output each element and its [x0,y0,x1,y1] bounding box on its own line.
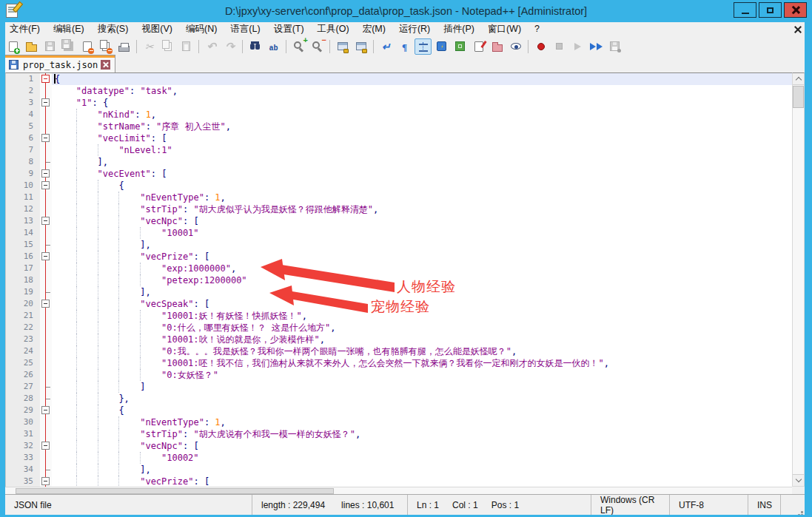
code-line-34[interactable]: 34], [6,464,792,476]
fold-margin[interactable] [40,405,52,416]
tab-prop-task-json[interactable]: prop_task.json [4,56,115,72]
code-line-2[interactable]: 2"datatype": "task", [6,85,792,97]
menu-item-tools[interactable]: 工具(O) [311,22,356,36]
code-line-19[interactable]: 19], [6,286,792,298]
menu-item-macro[interactable]: 宏(M) [356,22,392,36]
macro-record-icon[interactable] [532,38,549,55]
code-line-27[interactable]: 27] [6,381,792,393]
new-file-icon[interactable] [4,38,21,55]
insert-mode-label[interactable]: INS [757,500,772,510]
fold-margin[interactable] [40,168,52,180]
show-indent-guide-icon[interactable] [415,38,432,55]
code-line-28[interactable]: 28}, [6,393,792,405]
fold-margin[interactable] [40,274,52,286]
code-line-8[interactable]: 8], [6,156,792,168]
folder-as-workspace-icon[interactable] [489,38,506,55]
undo-icon[interactable] [203,38,220,55]
code-line-15[interactable]: 15], [6,239,792,251]
fold-margin[interactable] [40,357,52,369]
code-line-4[interactable]: 4"nKind": 1, [6,109,792,121]
encoding-label[interactable]: UTF-8 [679,500,704,510]
fold-margin[interactable] [40,334,52,345]
fold-margin[interactable] [40,381,52,393]
fold-margin[interactable] [40,322,52,334]
document-map-icon[interactable] [452,38,469,55]
editor[interactable]: 1{2"datatype": "task",3"1": {4"nKind": 1… [5,72,792,487]
close-icon[interactable] [78,38,95,55]
fold-collapse-icon[interactable] [41,98,50,107]
fold-margin[interactable] [40,156,52,168]
code-line-30[interactable]: 30"nEventType": 1, [6,416,792,428]
fold-margin[interactable] [40,227,52,239]
code-line-1[interactable]: 1{ [6,73,792,85]
fold-margin[interactable] [40,345,52,357]
fold-margin[interactable] [40,263,52,274]
fold-margin[interactable] [40,73,52,85]
show-all-chars-icon[interactable] [396,38,413,55]
menu-item-language[interactable]: 语言(L) [224,22,266,36]
maximize-button[interactable] [759,2,782,18]
code-line-26[interactable]: 26"0:女妖怪？" [6,369,792,381]
scroll-up-icon[interactable] [793,73,804,85]
eol-format-label[interactable]: Windows (CR LF) [600,495,669,516]
fold-margin[interactable] [40,121,52,132]
fold-margin[interactable] [40,203,52,215]
function-list-icon[interactable] [470,38,487,55]
macro-stop-icon[interactable] [551,38,568,55]
paste-icon[interactable] [178,38,195,55]
copy-icon[interactable] [159,38,176,55]
menu-item-edit[interactable]: 编辑(E) [47,22,91,36]
code-line-5[interactable]: 5"strName": "序章 初入尘世", [6,121,792,132]
fold-margin[interactable] [40,452,52,464]
sync-vertical-icon[interactable] [334,38,351,55]
fold-collapse-icon[interactable] [41,217,50,225]
code-line-22[interactable]: 22"0:什么，哪里有妖怪！？ 这是什么地方", [6,322,792,334]
fold-margin[interactable] [40,393,52,405]
open-icon[interactable] [23,38,40,55]
menu-item-run[interactable]: 运行(R) [392,22,437,36]
vertical-scrollbar-thumb[interactable] [793,86,804,108]
minimize-button[interactable] [734,2,756,18]
code-line-32[interactable]: 32"vecNpc": [ [6,440,792,452]
user-defined-language-icon[interactable] [433,38,450,55]
fold-margin[interactable] [40,85,52,97]
fold-collapse-icon[interactable] [41,406,50,414]
fold-collapse-icon[interactable] [41,442,50,450]
macro-play-icon[interactable] [569,38,586,55]
fold-margin[interactable] [40,251,52,263]
menu-item-file[interactable]: 文件(F) [3,22,47,36]
menu-item-plugins[interactable]: 插件(P) [437,22,481,36]
code-line-25[interactable]: 25"10001:呸！我不信，我们渔村从来就不来外人，怎么会突然一下就来俩？我看… [6,357,792,369]
fold-collapse-icon[interactable] [41,75,50,83]
fold-collapse-icon[interactable] [41,134,50,142]
fold-margin[interactable] [40,298,52,310]
menu-item-settings[interactable]: 设置(T) [267,22,311,36]
fold-margin[interactable] [40,192,52,203]
menu-item-search[interactable]: 搜索(S) [91,22,135,36]
fold-margin[interactable] [40,440,52,452]
save-all-icon[interactable] [60,38,77,55]
fold-margin[interactable] [40,369,52,381]
code-line-20[interactable]: 20"vecSpeak": [ [6,298,792,310]
fold-collapse-icon[interactable] [41,252,50,260]
replace-icon[interactable] [265,38,282,55]
fold-margin[interactable] [40,215,52,227]
redo-icon[interactable] [221,38,238,55]
fold-margin[interactable] [40,132,52,144]
tab-close-icon[interactable] [101,60,110,70]
code-line-23[interactable]: 23"10001:吙！说的就是你，少装模作样", [6,334,792,345]
cut-icon[interactable] [141,38,158,55]
menu-item-encoding[interactable]: 编码(N) [179,22,224,36]
horizontal-scrollbar[interactable] [5,487,792,494]
zoom-in-icon[interactable] [290,38,307,55]
save-icon[interactable] [41,38,58,55]
code-line-12[interactable]: 12"strTip": "胡大虎似乎认为我是妖怪？得跟他解释清楚", [6,203,792,215]
code-line-33[interactable]: 33"10002" [6,452,792,464]
macro-run-multiple-icon[interactable] [588,38,605,55]
code-line-11[interactable]: 11"nEventType": 1, [6,192,792,203]
code-line-9[interactable]: 9"vecEvent": [ [6,168,792,180]
menu-bar-close-icon[interactable] [793,25,802,33]
monitoring-icon[interactable] [507,38,524,55]
word-wrap-icon[interactable] [378,38,395,55]
close-button[interactable] [784,2,807,18]
